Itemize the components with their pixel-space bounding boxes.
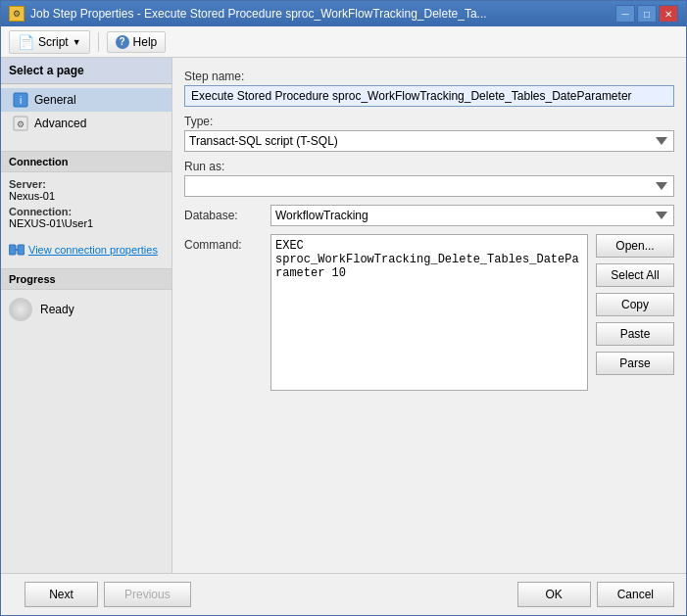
copy-button[interactable]: Copy <box>596 293 674 316</box>
run-as-select[interactable] <box>184 175 674 197</box>
help-button[interactable]: ? Help <box>107 31 167 53</box>
sidebar-item-general[interactable]: i General <box>1 88 172 112</box>
sidebar-item-advanced[interactable]: ⚙ Advanced <box>1 112 172 135</box>
bottom-nav-btns: Next Previous <box>13 582 191 607</box>
maximize-button[interactable]: □ <box>637 5 657 23</box>
help-label: Help <box>133 35 158 49</box>
bottom-bar: Next Previous OK Cancel <box>1 573 686 615</box>
database-select[interactable]: WorkflowTracking <box>270 205 674 226</box>
command-label-col: Command: <box>184 234 263 561</box>
type-label: Type: <box>184 115 674 128</box>
step-name-input[interactable] <box>184 85 674 107</box>
view-connection-link[interactable]: View connection properties <box>1 239 172 261</box>
db-label-col: Database: <box>184 205 263 226</box>
previous-button[interactable]: Previous <box>104 582 191 607</box>
run-as-row: Run as: <box>184 160 674 197</box>
step-name-label: Step name: <box>184 70 674 83</box>
view-connection-label: View connection properties <box>28 244 158 256</box>
svg-rect-5 <box>18 245 25 255</box>
svg-text:i: i <box>20 95 22 106</box>
command-row: Command: EXEC sproc_WorkFlowTracking_Del… <box>184 234 674 561</box>
run-as-label: Run as: <box>184 160 674 173</box>
window-icon: ⚙ <box>9 6 25 22</box>
command-textarea[interactable]: EXEC sproc_WorkFlowTracking_Delete_Table… <box>270 234 588 391</box>
general-icon: i <box>13 92 28 108</box>
server-value: Nexus-01 <box>9 190 164 202</box>
main-window: ⚙ Job Step Properties - Execute Stored P… <box>0 0 687 616</box>
sidebar-header: Select a page <box>1 58 172 84</box>
sidebar-general-label: General <box>34 93 76 107</box>
svg-text:⚙: ⚙ <box>17 119 25 129</box>
svg-rect-4 <box>9 245 16 255</box>
title-bar: ⚙ Job Step Properties - Execute Stored P… <box>1 1 686 26</box>
window-title: Job Step Properties - Execute Stored Pro… <box>30 7 487 21</box>
command-label: Command: <box>184 238 242 252</box>
advanced-icon: ⚙ <box>13 116 28 131</box>
sidebar-nav: i General ⚙ Advanced <box>1 84 172 139</box>
minimize-button[interactable]: ─ <box>615 5 635 23</box>
select-all-button[interactable]: Select All <box>596 263 674 287</box>
progress-section: Progress Ready <box>1 268 172 329</box>
toolbar: 📄 Script ▼ ? Help <box>1 26 686 58</box>
command-area-col: EXEC sproc_WorkFlowTracking_Delete_Table… <box>270 234 588 561</box>
script-label: Script <box>38 35 69 49</box>
script-dropdown-icon: ▼ <box>73 37 81 47</box>
progress-spinner <box>9 298 32 321</box>
main-content: Select a page i General ⚙ <box>1 58 686 573</box>
db-input-col: WorkflowTracking <box>270 205 674 226</box>
progress-section-title: Progress <box>1 269 172 290</box>
connection-info: Server: Nexus-01 Connection: NEXUS-01\Us… <box>1 172 172 239</box>
paste-button[interactable]: Paste <box>596 322 674 346</box>
right-panel: Step name: Type: Transact-SQL script (T-… <box>172 58 686 573</box>
script-button[interactable]: 📄 Script ▼ <box>9 30 90 54</box>
connection-label: Connection: <box>9 206 164 217</box>
server-label: Server: <box>9 178 164 190</box>
toolbar-separator <box>98 32 99 52</box>
parse-button[interactable]: Parse <box>596 352 674 375</box>
sidebar: Select a page i General ⚙ <box>1 58 172 573</box>
connection-icon <box>9 243 25 257</box>
sidebar-advanced-label: Advanced <box>34 117 86 130</box>
open-button[interactable]: Open... <box>596 234 674 258</box>
ok-button[interactable]: OK <box>517 582 591 607</box>
script-icon: 📄 <box>18 34 34 50</box>
progress-status: Ready <box>40 303 74 316</box>
close-button[interactable]: ✕ <box>659 5 678 23</box>
connection-section: Connection Server: Nexus-01 Connection: … <box>1 151 172 261</box>
type-row: Type: Transact-SQL script (T-SQL) Operat… <box>184 115 674 152</box>
database-label: Database: <box>184 209 238 222</box>
cancel-button[interactable]: Cancel <box>597 582 674 607</box>
connection-value: NEXUS-01\User1 <box>9 217 164 229</box>
progress-content: Ready <box>1 290 172 329</box>
type-select[interactable]: Transact-SQL script (T-SQL) Operating Sy… <box>184 130 674 152</box>
step-name-row: Step name: <box>184 70 674 107</box>
title-bar-left: ⚙ Job Step Properties - Execute Stored P… <box>9 6 487 22</box>
help-icon: ? <box>116 35 129 49</box>
connection-section-title: Connection <box>1 151 172 172</box>
command-btn-col: Open... Select All Copy Paste Parse <box>596 234 674 561</box>
next-button[interactable]: Next <box>25 582 98 607</box>
database-row: Database: WorkflowTracking <box>184 205 674 226</box>
title-buttons: ─ □ ✕ <box>615 5 678 23</box>
